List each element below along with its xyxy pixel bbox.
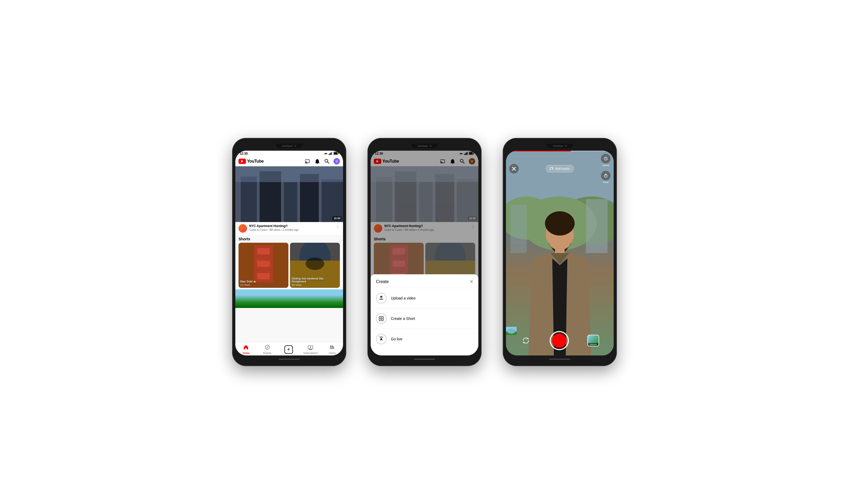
phone-1-screen: 12:30 YouTube — [235, 151, 343, 356]
create-short-icon — [376, 313, 386, 324]
nav-home-label-1: Home — [243, 352, 249, 354]
upload-thumbnail[interactable]: Upload — [588, 335, 599, 346]
status-time-1: 12:30 — [239, 152, 248, 156]
home-icon-1 — [243, 345, 249, 351]
short-card-1a[interactable]: 0:15 ⋮ Stay Gold 🤙 2.5 views — [238, 243, 288, 288]
svg-rect-16 — [322, 179, 343, 222]
front-camera-3 — [565, 145, 567, 147]
svg-rect-63 — [379, 299, 383, 300]
phone-1-notch-bar — [235, 141, 343, 151]
camera-top-bar: Add music Speed Timer — [506, 151, 614, 186]
video-subtitle-1: Coast to Coast • 3M views • 2 months ago — [249, 228, 333, 231]
front-camera-2 — [430, 145, 432, 147]
short-title-1b: Gliding into weekend like #longboard — [292, 277, 338, 283]
timer-button[interactable] — [601, 171, 611, 180]
upload-icon — [376, 293, 386, 304]
featured-video-thumb-1[interactable]: 10:00 — [235, 166, 343, 222]
subscriptions-icon-1 — [308, 345, 313, 351]
svg-rect-0 — [329, 154, 329, 155]
video-meta-1: NYC Apartment Hunting!! Coast to Coast •… — [249, 224, 333, 231]
create-icon-1[interactable]: + — [285, 345, 293, 354]
phone-2-bottom — [371, 356, 478, 363]
nav-create-1[interactable]: + — [282, 345, 295, 354]
add-music-button[interactable]: Add music — [546, 165, 574, 173]
svg-point-75 — [545, 211, 575, 236]
phone-3-notch-bar — [506, 141, 614, 151]
short-views-1b: 3M views — [292, 284, 302, 286]
upload-label: Upload — [588, 343, 598, 346]
signal-icon-1 — [329, 152, 332, 156]
front-camera — [294, 145, 296, 147]
svg-marker-32 — [310, 346, 311, 348]
modal-item-live-label: Go live — [391, 337, 402, 341]
short-card-1b[interactable]: 0:28 ⋮ Gliding into weekend like #longbo… — [290, 243, 340, 288]
avatar-1[interactable]: U — [333, 158, 340, 164]
modal-close-button[interactable]: × — [470, 278, 473, 285]
svg-rect-1 — [330, 153, 330, 155]
nav-subscriptions-1[interactable]: Subscriptions — [303, 345, 318, 354]
svg-point-66 — [381, 318, 382, 319]
search-icon-1[interactable] — [324, 158, 330, 164]
cast-icon-1[interactable] — [305, 158, 311, 164]
home-indicator-1 — [278, 359, 300, 360]
nav-explore-1[interactable]: Explore — [261, 345, 274, 354]
camera-close-button[interactable] — [509, 164, 519, 174]
timer-control[interactable]: Timer — [601, 171, 611, 183]
record-button[interactable] — [550, 331, 569, 350]
video-img-1 — [235, 166, 343, 222]
camera-right-controls: Speed Timer — [601, 154, 611, 183]
bell-icon-1[interactable] — [314, 158, 320, 164]
svg-line-10 — [327, 162, 329, 163]
modal-item-upload-label: Upload a video — [391, 296, 415, 300]
modal-item-upload[interactable]: Upload a video — [371, 288, 478, 308]
more-icon-1[interactable]: ⋮ — [336, 224, 340, 229]
modal-item-short[interactable]: Create a Short — [371, 308, 478, 329]
speaker-grille — [282, 145, 293, 147]
status-icons-1 — [324, 152, 339, 156]
svg-rect-2 — [331, 152, 332, 155]
svg-point-80 — [552, 168, 553, 169]
speaker-grille-2 — [417, 145, 428, 147]
speed-control[interactable]: Speed — [601, 154, 611, 167]
video-duration-1: 10:00 — [332, 216, 341, 220]
speed-label: Speed — [602, 164, 609, 167]
modal-title: Create — [376, 279, 389, 284]
yt-logo-1: YouTube — [238, 159, 305, 164]
timer-label: Timer — [603, 181, 609, 183]
svg-rect-36 — [333, 346, 334, 349]
phone-3-notch — [546, 144, 573, 148]
add-music-label: Add music — [555, 167, 570, 170]
svg-point-79 — [550, 169, 551, 170]
flip-camera-button[interactable] — [521, 335, 531, 346]
svg-rect-73 — [510, 204, 527, 253]
landscape-thumb-1[interactable] — [235, 289, 343, 308]
phone-1-bottom — [235, 356, 343, 363]
yt-header-1: YouTube U — [235, 157, 343, 166]
create-modal: Create × Upload a video Create a Short — [371, 274, 478, 356]
yt-logo-text-1: YouTube — [247, 159, 264, 164]
phone-3: Add music Speed Timer — [503, 138, 617, 366]
nav-subscriptions-label-1: Subscriptions — [303, 352, 318, 354]
shorts-section-1: Shorts 0:15 ⋮ Stay Gold 🤙 2.5 views — [235, 235, 343, 342]
video-title-1: NYC Apartment Hunting!! — [249, 224, 333, 228]
short-title-1a: Stay Gold 🤙 — [240, 280, 287, 283]
short-views-1a: 2.5 views — [240, 284, 250, 286]
modal-item-live[interactable]: Go live — [371, 329, 478, 349]
phone-2-screen: 12:30 YouTube — [371, 151, 478, 356]
speaker-grille-3 — [553, 145, 563, 147]
svg-point-27 — [306, 257, 324, 270]
go-live-icon — [376, 334, 386, 344]
camera-screen: Add music Speed Timer — [506, 151, 614, 356]
phone-2-notch — [411, 144, 438, 148]
speed-button[interactable] — [601, 154, 611, 163]
nav-home-1[interactable]: Home — [239, 345, 253, 354]
nav-library-1[interactable]: Library — [326, 345, 339, 354]
phone-3-screen: Add music Speed Timer — [506, 151, 614, 356]
svg-rect-3 — [332, 152, 332, 155]
record-dot — [552, 334, 566, 348]
svg-rect-12 — [241, 177, 257, 222]
status-bar-1: 12:30 — [235, 151, 343, 157]
video-info-1: NYC Apartment Hunting!! Coast to Coast •… — [235, 222, 343, 235]
home-indicator-2 — [414, 359, 435, 360]
channel-avatar-1 — [238, 224, 247, 233]
